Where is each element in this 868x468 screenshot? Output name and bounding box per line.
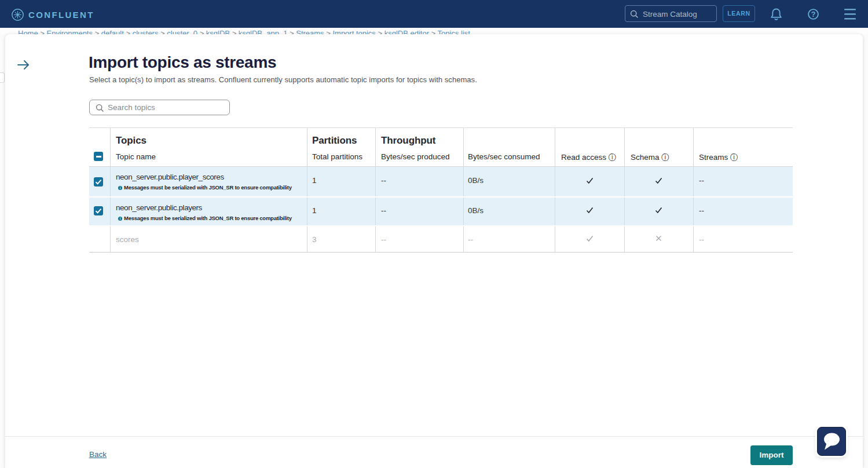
svg-text:?: ? (811, 10, 815, 19)
